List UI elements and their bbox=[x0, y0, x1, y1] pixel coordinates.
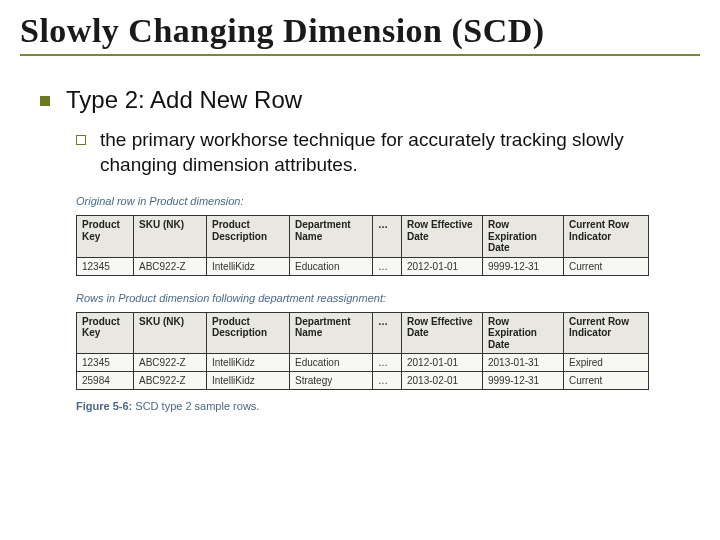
cell-row-effective-date: 2012-01-01 bbox=[402, 354, 483, 372]
sub-bullet-text: the primary workhorse technique for accu… bbox=[100, 128, 660, 177]
table-row: 12345 ABC922-Z IntelliKidz Education … 2… bbox=[77, 257, 649, 275]
th-row-expiration-date: Row Expiration Date bbox=[483, 312, 564, 354]
cell-product-description: IntelliKidz bbox=[207, 354, 290, 372]
bullet-level2: the primary workhorse technique for accu… bbox=[76, 128, 700, 177]
cell-sku: ABC922-Z bbox=[134, 354, 207, 372]
th-sku: SKU (NK) bbox=[134, 216, 207, 258]
cell-ellipsis: … bbox=[373, 372, 402, 390]
table-header-row: Product Key SKU (NK) Product Description… bbox=[77, 216, 649, 258]
cell-sku: ABC922-Z bbox=[134, 257, 207, 275]
th-product-description: Product Description bbox=[207, 216, 290, 258]
th-department-name: Department Name bbox=[290, 216, 373, 258]
figure-number: Figure 5-6: bbox=[76, 400, 132, 412]
th-row-effective-date: Row Effective Date bbox=[402, 312, 483, 354]
th-product-description: Product Description bbox=[207, 312, 290, 354]
figure-description: SCD type 2 sample rows. bbox=[132, 400, 259, 412]
table-original: Product Key SKU (NK) Product Description… bbox=[76, 215, 649, 276]
type2-heading: Type 2: Add New Row bbox=[66, 86, 302, 114]
table-after: Product Key SKU (NK) Product Description… bbox=[76, 312, 649, 391]
th-current-row-indicator: Current Row Indicator bbox=[564, 312, 649, 354]
cell-row-expiration-date: 9999-12-31 bbox=[483, 372, 564, 390]
title-underline bbox=[20, 54, 700, 56]
th-ellipsis: … bbox=[373, 216, 402, 258]
cell-product-description: IntelliKidz bbox=[207, 257, 290, 275]
th-sku: SKU (NK) bbox=[134, 312, 207, 354]
th-product-key: Product Key bbox=[77, 216, 134, 258]
figure-block: Original row in Product dimension: Produ… bbox=[76, 195, 680, 412]
cell-department-name: Education bbox=[290, 354, 373, 372]
cell-row-expiration-date: 9999-12-31 bbox=[483, 257, 564, 275]
square-bullet-icon bbox=[40, 96, 50, 106]
cell-product-key: 12345 bbox=[77, 354, 134, 372]
cell-ellipsis: … bbox=[373, 257, 402, 275]
th-ellipsis: … bbox=[373, 312, 402, 354]
cell-row-expiration-date: 2013-01-31 bbox=[483, 354, 564, 372]
cell-current-row-indicator: Expired bbox=[564, 354, 649, 372]
cell-ellipsis: … bbox=[373, 354, 402, 372]
cell-row-effective-date: 2013-02-01 bbox=[402, 372, 483, 390]
hollow-square-bullet-icon bbox=[76, 135, 86, 145]
table-row: 12345 ABC922-Z IntelliKidz Education … 2… bbox=[77, 354, 649, 372]
slide-container: Slowly Changing Dimension (SCD) Type 2: … bbox=[0, 0, 720, 432]
cell-sku: ABC922-Z bbox=[134, 372, 207, 390]
caption-original-row: Original row in Product dimension: bbox=[76, 195, 680, 207]
cell-product-key: 25984 bbox=[77, 372, 134, 390]
th-row-expiration-date: Row Expiration Date bbox=[483, 216, 564, 258]
th-department-name: Department Name bbox=[290, 312, 373, 354]
caption-after-reassignment: Rows in Product dimension following depa… bbox=[76, 292, 680, 304]
th-product-key: Product Key bbox=[77, 312, 134, 354]
slide-title: Slowly Changing Dimension (SCD) bbox=[20, 12, 700, 50]
cell-row-effective-date: 2012-01-01 bbox=[402, 257, 483, 275]
bullet-level1: Type 2: Add New Row bbox=[40, 86, 700, 114]
table-row: 25984 ABC922-Z IntelliKidz Strategy … 20… bbox=[77, 372, 649, 390]
table-header-row: Product Key SKU (NK) Product Description… bbox=[77, 312, 649, 354]
cell-department-name: Strategy bbox=[290, 372, 373, 390]
cell-current-row-indicator: Current bbox=[564, 257, 649, 275]
th-current-row-indicator: Current Row Indicator bbox=[564, 216, 649, 258]
cell-department-name: Education bbox=[290, 257, 373, 275]
cell-product-description: IntelliKidz bbox=[207, 372, 290, 390]
cell-current-row-indicator: Current bbox=[564, 372, 649, 390]
th-row-effective-date: Row Effective Date bbox=[402, 216, 483, 258]
cell-product-key: 12345 bbox=[77, 257, 134, 275]
figure-label: Figure 5-6: SCD type 2 sample rows. bbox=[76, 400, 680, 412]
